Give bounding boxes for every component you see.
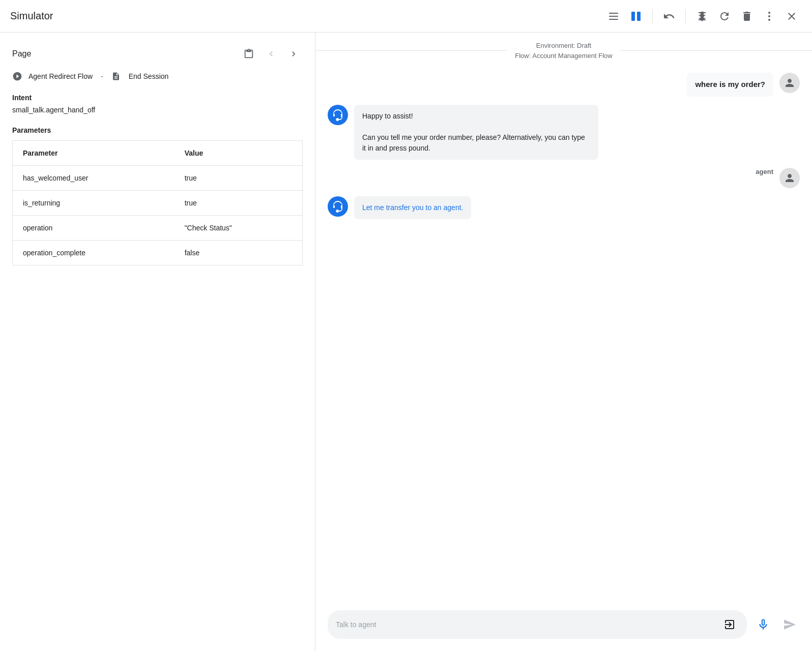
svg-point-5 xyxy=(768,12,770,14)
clipboard-icon xyxy=(243,48,254,60)
list-view-button[interactable] xyxy=(603,6,624,26)
more-options-button[interactable] xyxy=(759,6,779,26)
intent-value: small_talk.agent_hand_off xyxy=(12,106,303,114)
session-label: End Session xyxy=(129,72,169,80)
svg-point-6 xyxy=(768,15,770,17)
flow-icon xyxy=(12,71,22,81)
top-header: Simulator xyxy=(0,0,812,33)
more-vert-icon xyxy=(763,10,775,22)
svg-rect-4 xyxy=(637,12,641,21)
message-bubble-bot-1: Happy to assist!Can you tell me your ord… xyxy=(354,105,598,160)
divider-1 xyxy=(652,9,653,23)
params-table: Parameter Value has_welcomed_usertrueis_… xyxy=(12,140,303,265)
save-button[interactable] xyxy=(692,6,712,26)
exit-to-app-icon xyxy=(723,618,736,631)
svg-rect-2 xyxy=(609,19,618,20)
svg-rect-1 xyxy=(609,16,618,17)
column-view-button[interactable] xyxy=(626,6,646,26)
undo-icon xyxy=(663,10,675,22)
refresh-icon xyxy=(718,10,731,22)
send-to-agent-button[interactable] xyxy=(720,615,739,634)
env-line-left xyxy=(315,50,507,51)
message-row-bot-1: Happy to assist!Can you tell me your ord… xyxy=(328,105,800,160)
params-section: Parameters Parameter Value has_welcomed_… xyxy=(12,126,303,265)
chat-input-area xyxy=(315,602,812,651)
main-content: Page xyxy=(0,33,812,651)
intent-section-title: Intent xyxy=(12,94,303,102)
message-bubble-bot-2: Let me transfer you to an agent. xyxy=(354,196,471,219)
env-line-right xyxy=(621,50,812,51)
svg-point-7 xyxy=(768,19,770,21)
delete-icon xyxy=(741,10,753,22)
list-icon xyxy=(607,10,620,22)
refresh-button[interactable] xyxy=(714,6,735,26)
app-title: Simulator xyxy=(10,10,53,22)
user-avatar-1 xyxy=(779,73,800,93)
close-button[interactable] xyxy=(781,6,802,26)
page-section-header: Page xyxy=(12,45,303,63)
message-row-bot-2: Let me transfer you to an agent. xyxy=(328,196,800,219)
send-button[interactable] xyxy=(779,614,800,635)
page-nav-controls xyxy=(240,45,303,63)
page-info-row: Agent Redirect Flow - End Session xyxy=(12,71,303,81)
param-value: true xyxy=(175,166,303,191)
chat-input[interactable] xyxy=(336,620,716,629)
param-value: true xyxy=(175,191,303,216)
page-section-title: Page xyxy=(12,49,31,58)
close-icon xyxy=(786,10,798,22)
table-row: is_returningtrue xyxy=(13,191,303,216)
col-header-value: Value xyxy=(175,141,303,166)
user-icon-2 xyxy=(784,172,796,184)
chevron-left-icon xyxy=(266,49,276,59)
flow-name: Agent Redirect Flow xyxy=(28,72,93,80)
document-icon xyxy=(111,72,121,81)
save-icon xyxy=(696,10,708,22)
prev-page-button[interactable] xyxy=(262,45,280,63)
svg-rect-3 xyxy=(631,12,635,21)
intent-section: Intent small_talk.agent_hand_off xyxy=(12,94,303,114)
header-actions xyxy=(603,6,802,26)
env-text: Environment: Draft Flow: Account Managem… xyxy=(507,41,620,61)
divider-2 xyxy=(685,9,686,23)
svg-rect-0 xyxy=(609,13,618,14)
col-header-param: Parameter xyxy=(13,141,175,166)
param-value: false xyxy=(175,241,303,265)
bot-avatar-2 xyxy=(328,196,348,217)
table-row: operation"Check Status" xyxy=(13,216,303,241)
param-value: "Check Status" xyxy=(175,216,303,241)
headset-icon-2 xyxy=(332,200,344,213)
mic-button[interactable] xyxy=(753,614,773,635)
columns-icon xyxy=(630,10,642,22)
clipboard-button[interactable] xyxy=(240,45,258,63)
separator: - xyxy=(101,72,103,80)
env-info: Environment: Draft Flow: Account Managem… xyxy=(315,33,812,65)
table-row: operation_completefalse xyxy=(13,241,303,265)
message-bubble-user-1: where is my order? xyxy=(687,73,773,97)
message-row-user-1: where is my order? xyxy=(328,73,800,97)
chevron-right-icon xyxy=(288,49,299,59)
params-section-title: Parameters xyxy=(12,126,303,134)
message-row-user-2: agent xyxy=(328,168,800,188)
headset-icon xyxy=(332,109,344,121)
param-name: operation xyxy=(13,216,175,241)
send-icon xyxy=(783,618,796,631)
right-panel: Environment: Draft Flow: Account Managem… xyxy=(315,33,812,651)
chat-messages: where is my order? Happy to assist!Can y… xyxy=(315,65,812,602)
agent-label-col: agent xyxy=(756,168,773,177)
user-avatar-2 xyxy=(779,168,800,188)
table-row: has_welcomed_usertrue xyxy=(13,166,303,191)
user-icon xyxy=(784,77,796,89)
param-name: has_welcomed_user xyxy=(13,166,175,191)
agent-label: agent xyxy=(756,168,773,175)
mic-icon xyxy=(757,618,770,631)
next-page-button[interactable] xyxy=(284,45,303,63)
bot-avatar-1 xyxy=(328,105,348,125)
undo-button[interactable] xyxy=(659,6,679,26)
param-name: operation_complete xyxy=(13,241,175,265)
chat-input-wrapper xyxy=(328,610,747,639)
param-name: is_returning xyxy=(13,191,175,216)
delete-button[interactable] xyxy=(737,6,757,26)
left-panel: Page xyxy=(0,33,315,651)
